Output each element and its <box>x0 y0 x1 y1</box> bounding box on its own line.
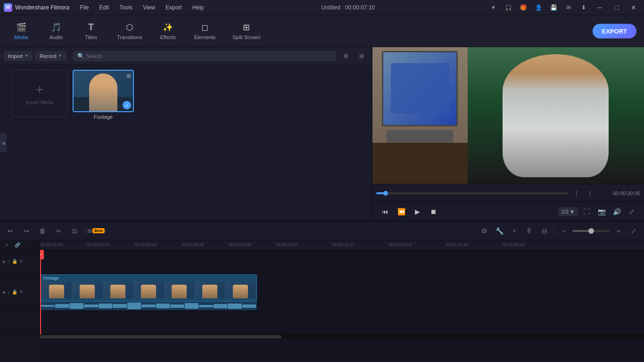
toolbar-audio[interactable]: 🎵 Audio <box>40 19 73 43</box>
save-icon[interactable]: 💾 <box>548 2 559 13</box>
preview-video <box>372 47 644 184</box>
skip-back-button[interactable]: ⏮ <box>378 205 392 219</box>
headphone-icon[interactable]: 🎧 <box>503 2 514 13</box>
app-name: Wondershare Filmora <box>15 4 69 11</box>
timeline-fullscreen-icon[interactable]: ⤢ <box>627 224 640 238</box>
timeline-record-icon[interactable]: ⚬ <box>508 224 521 238</box>
track-2-lock-icon[interactable]: 🔒 <box>12 259 17 264</box>
zoom-out-button[interactable]: − <box>557 224 570 238</box>
delete-button[interactable]: 🗑 <box>36 224 49 238</box>
track-1-num: ▶ 1 <box>3 290 10 295</box>
waveform-bar-11 <box>185 303 198 309</box>
filter-icon[interactable]: ⚙ <box>339 49 352 63</box>
timeline-magnet-icon[interactable]: 🔧 <box>493 224 506 238</box>
timeline-voice-icon[interactable]: 🎙 <box>523 224 536 238</box>
track-1-eye-icon[interactable]: 👁 <box>19 289 24 295</box>
adjust-button[interactable]: ⚖ <box>68 224 81 238</box>
waveform-bar-5 <box>99 304 112 308</box>
menu-view[interactable]: View <box>138 2 160 13</box>
redo-button[interactable]: ↪ <box>20 224 33 238</box>
footage-thumb-img[interactable]: ⊞ ✓ <box>73 70 134 112</box>
record-dropdown[interactable]: Record ▼ <box>35 51 66 61</box>
fit-icon[interactable]: ⤢ <box>625 205 638 218</box>
toolbar-media[interactable]: 🎬 Media <box>5 19 38 43</box>
toolbar-transitions[interactable]: ⬡ Transitions <box>109 19 149 43</box>
effects-icon: ✨ <box>163 22 173 33</box>
zoom-in-button[interactable]: + <box>612 224 625 238</box>
track-2-eye-icon[interactable]: 👁 <box>19 259 24 264</box>
splitscreen-icon: ⊞ <box>243 22 250 33</box>
menu-help[interactable]: Help <box>188 2 209 13</box>
menu-tools[interactable]: Tools <box>115 2 137 13</box>
ruler-time-2: 00:00:04:04 <box>134 242 157 247</box>
waveform-bar-7 <box>127 303 141 309</box>
track-1-lock-icon[interactable]: 🔒 <box>12 289 17 295</box>
close-button[interactable]: ✕ <box>627 1 640 14</box>
media-panel: Import ▼ Record ▼ 🔍 ⚙ ⊞ ◀ + Import Media <box>0 47 372 221</box>
audio-icon: 🎵 <box>51 22 61 33</box>
timeline-scrollbar-thumb[interactable] <box>40 335 281 338</box>
add-track-button[interactable]: + <box>3 241 11 249</box>
timeline-scrollbar[interactable] <box>40 335 644 338</box>
bracket-left-btn[interactable]: { <box>571 188 582 198</box>
minimize-button[interactable]: ─ <box>593 1 606 14</box>
gift-icon[interactable]: 🎁 <box>518 2 529 13</box>
volume-icon[interactable]: 🔊 <box>610 205 623 218</box>
clip-frame-2 <box>72 281 102 298</box>
playhead[interactable]: ✂ <box>40 250 41 335</box>
thumb-person <box>89 74 117 111</box>
toolbar-effects[interactable]: ✨ Effects <box>151 19 184 43</box>
download-icon[interactable]: ⬇ <box>578 2 589 13</box>
search-input[interactable] <box>86 53 332 59</box>
timeline-caption-icon[interactable]: ⊟ <box>538 224 551 238</box>
ruler-time-8: 00:00:16:16 <box>446 242 468 247</box>
fullscreen-preview-icon[interactable]: ⛶ <box>580 205 593 218</box>
track-2-icons: 🔒 👁 <box>12 259 24 264</box>
brightness-icon[interactable]: ☀ <box>487 2 499 13</box>
frame-back-button[interactable]: ⏪ <box>394 205 408 219</box>
screenshot-icon[interactable]: 📷 <box>595 205 608 218</box>
maximize-button[interactable]: □ <box>610 1 623 14</box>
frame-person-2 <box>80 285 95 298</box>
preview-progress-bar[interactable] <box>376 192 569 194</box>
zoom-slider-thumb[interactable] <box>588 228 594 234</box>
search-box[interactable]: 🔍 <box>73 51 337 61</box>
clip-frames <box>41 275 256 301</box>
menu-file[interactable]: File <box>75 2 93 13</box>
add-media-icon: + <box>36 82 43 97</box>
track-1-label: ▶ 1 🔒 👁 <box>0 273 40 311</box>
toolbar-titles[interactable]: T Titles <box>74 19 107 43</box>
import-dropdown[interactable]: Import ▼ <box>4 51 33 61</box>
mail-icon[interactable]: ✉ <box>563 2 574 13</box>
link-tracks-button[interactable]: 🔗 <box>13 241 22 249</box>
zoom-slider[interactable] <box>572 230 610 232</box>
titlebar-left: W Wondershare Filmora File Edit Tools Vi… <box>4 2 208 13</box>
tl-sep-2 <box>554 226 554 236</box>
frame-person-5 <box>172 285 187 298</box>
import-media-box[interactable]: + Import Media <box>11 70 68 117</box>
effects-label: Effects <box>160 34 176 40</box>
toolbar-elements[interactable]: ◻ Elements <box>186 19 223 43</box>
footage-thumbnail: ⊞ ✓ Footage <box>73 70 134 120</box>
bracket-right-btn[interactable]: } <box>585 188 595 198</box>
waveform-bar-3 <box>70 303 83 309</box>
cut-button[interactable]: ✂ <box>52 224 65 238</box>
preview-panel: { } 00:00:00:06 ⏮ ⏪ ▶ ⏹ 1/2 ▼ ⛶ 📷 🔊 ⤢ <box>372 47 644 221</box>
media-scroll-left[interactable]: ◀ <box>0 133 7 152</box>
ai-cut-button[interactable]: ≋ Beta <box>89 224 102 238</box>
play-button[interactable]: ▶ <box>410 205 424 219</box>
toolbar-splitscreen[interactable]: ⊞ Split Screen <box>225 19 268 43</box>
export-button[interactable]: EXPORT <box>593 24 636 38</box>
grid-view-icon[interactable]: ⊞ <box>355 49 368 63</box>
menu-edit[interactable]: Edit <box>95 2 114 13</box>
preview-progress-thumb[interactable] <box>383 191 388 196</box>
speed-selector[interactable]: 1/2 ▼ <box>558 207 578 216</box>
undo-button[interactable]: ↩ <box>4 224 17 238</box>
timeline-settings-icon[interactable]: ⚙ <box>478 224 491 238</box>
scissors-icon: ✂ <box>40 252 42 257</box>
account-icon[interactable]: 👤 <box>533 2 544 13</box>
menu-export[interactable]: Export <box>161 2 187 13</box>
stop-button[interactable]: ⏹ <box>426 205 440 219</box>
video-clip[interactable]: Footage <box>40 274 257 302</box>
titles-icon: T <box>88 22 94 33</box>
